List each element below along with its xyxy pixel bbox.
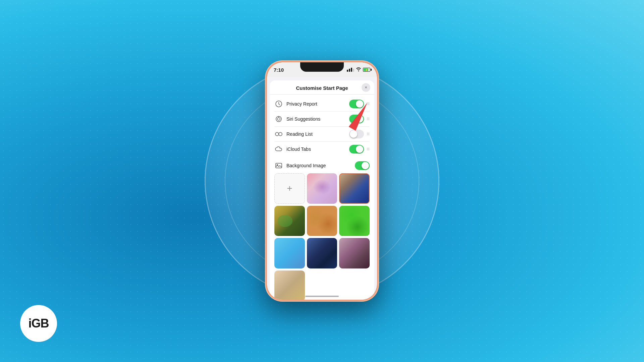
image-grid: + — [274, 173, 370, 300]
notch — [300, 62, 344, 72]
image-cell-1[interactable] — [307, 173, 337, 204]
signal-bar-2 — [349, 69, 350, 72]
svg-point-2 — [277, 118, 280, 120]
signal-bar-3 — [351, 68, 352, 72]
phone-frame: 7:10 ⚡ — [265, 60, 379, 302]
background-image-toggle[interactable] — [355, 161, 370, 170]
wifi-icon — [356, 67, 361, 72]
image-cell-2[interactable] — [339, 173, 370, 204]
status-time: 7:10 — [274, 67, 284, 73]
siri-suggestions-drag-handle: ≡ — [367, 116, 370, 122]
reading-list-row: Reading List ≡ — [270, 127, 374, 141]
privacy-icon — [274, 100, 283, 108]
home-indicator — [305, 296, 339, 297]
reading-list-icon — [274, 130, 283, 138]
phone-inner: 7:10 ⚡ — [267, 62, 377, 300]
privacy-report-label: Privacy Report — [286, 101, 346, 107]
igb-logo-text: iGB — [28, 316, 49, 330]
background-image-label: Background Image — [286, 163, 352, 168]
image-cell-3[interactable] — [274, 206, 305, 236]
image-icon — [274, 161, 283, 170]
modal-header: Customise Start Page × — [270, 80, 374, 95]
image-cell-5[interactable] — [339, 206, 370, 236]
svg-point-4 — [275, 132, 279, 136]
background-image-toggle-knob — [362, 162, 369, 169]
modal-title: Customise Start Page — [296, 85, 348, 91]
battery-tip — [371, 69, 372, 71]
image-cell-9[interactable] — [274, 270, 305, 300]
reading-list-drag-handle: ≡ — [367, 131, 370, 137]
battery-icon: ⚡ — [363, 68, 370, 72]
icloud-tabs-row: iCloud Tabs ≡ — [270, 142, 374, 157]
add-icon: + — [287, 183, 292, 194]
icloud-tabs-controls: ≡ — [349, 145, 370, 154]
background-image-section: Background Image + — [270, 159, 374, 300]
igb-logo: iGB — [20, 305, 57, 342]
image-cell-7[interactable] — [307, 238, 337, 268]
settings-list: Privacy Report ≡ — [270, 95, 374, 159]
add-image-cell[interactable]: + — [274, 173, 305, 204]
reading-list-toggle-knob — [350, 130, 357, 138]
icloud-tabs-drag-handle: ≡ — [367, 146, 370, 152]
signal-bar-1 — [347, 70, 348, 72]
icloud-tabs-label: iCloud Tabs — [286, 146, 346, 152]
siri-suggestions-label: Siri Suggestions — [286, 116, 346, 122]
image-cell-8[interactable] — [339, 238, 370, 268]
status-icons: ⚡ — [347, 67, 370, 72]
icloud-icon — [274, 145, 283, 154]
signal-bars-icon — [347, 68, 354, 72]
image-cell-4[interactable] — [307, 206, 337, 236]
svg-rect-6 — [276, 163, 282, 168]
close-icon: × — [365, 85, 367, 90]
icloud-tabs-toggle-knob — [356, 145, 363, 153]
svg-point-5 — [279, 132, 282, 136]
icloud-tabs-toggle[interactable] — [349, 145, 364, 154]
signal-bar-4 — [353, 69, 354, 72]
reading-list-toggle[interactable] — [349, 130, 364, 138]
reading-list-controls: ≡ — [349, 130, 370, 138]
image-cell-6[interactable] — [274, 238, 305, 268]
close-button[interactable]: × — [362, 83, 370, 92]
background-image-header: Background Image — [274, 161, 370, 170]
siri-icon — [274, 115, 283, 123]
reading-list-label: Reading List — [286, 131, 346, 137]
